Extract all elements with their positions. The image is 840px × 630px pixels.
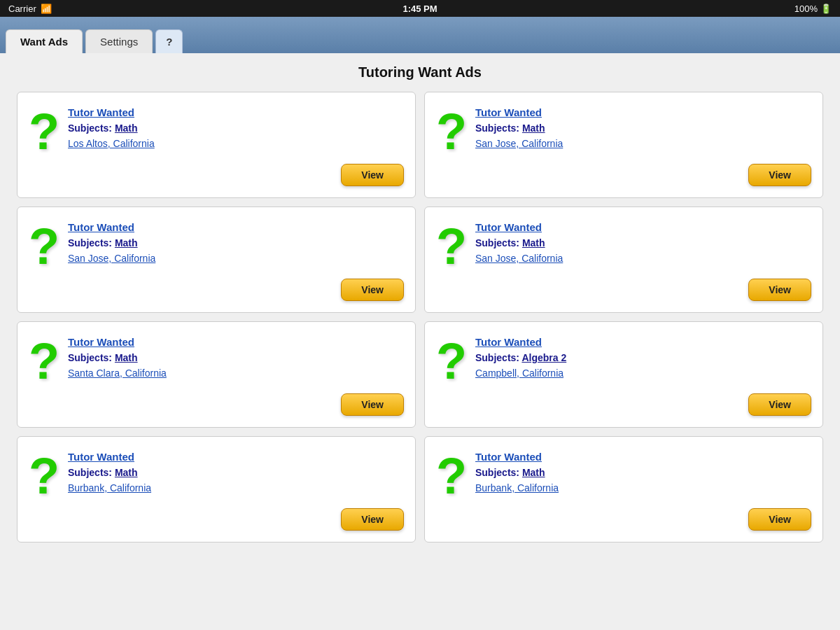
view-button[interactable]: View <box>748 508 811 531</box>
question-mark-icon: ? <box>29 218 59 272</box>
wifi-icon: 📶 <box>41 4 52 14</box>
view-btn-row: View <box>29 393 404 416</box>
view-button[interactable]: View <box>341 164 404 186</box>
view-button[interactable]: View <box>748 164 811 186</box>
ad-title[interactable]: Tutor Wanted <box>475 336 566 348</box>
page-title: Tutoring Want Ads <box>17 64 823 80</box>
subject-colon: : <box>108 467 115 478</box>
subject-colon: : <box>108 352 115 363</box>
ad-location[interactable]: Burbank, California <box>475 482 559 493</box>
status-bar: Carrier 📶 1:45 PM 100% 🔋 <box>0 0 840 17</box>
ad-details: Tutor Wanted Subjects: Math Burbank, Cal… <box>475 448 559 501</box>
ad-title[interactable]: Tutor Wanted <box>68 106 155 118</box>
subject-value: Math <box>522 467 545 478</box>
view-btn-row: View <box>29 164 404 186</box>
ad-details: Tutor Wanted Subjects: Math Santa Clara,… <box>68 333 167 386</box>
ad-details: Tutor Wanted Subjects: Math Los Altos, C… <box>68 104 155 157</box>
subject-label: Subjects <box>68 467 108 478</box>
ad-card: ? Tutor Wanted Subjects: Math Burbank, C… <box>17 436 416 542</box>
ad-title[interactable]: Tutor Wanted <box>475 451 559 463</box>
subject-label: Subjects <box>475 122 516 134</box>
ad-card: ? Tutor Wanted Subjects: Math San Jose, … <box>424 92 823 198</box>
ad-card-inner: ? Tutor Wanted Subjects: Math San Jose, … <box>436 104 811 157</box>
view-btn-row: View <box>436 508 811 531</box>
subject-value: Math <box>115 237 138 248</box>
ad-location[interactable]: San Jose, California <box>68 253 155 264</box>
subject-colon: : <box>516 467 522 478</box>
ad-card-inner: ? Tutor Wanted Subjects: Algebra 2 Campb… <box>436 333 811 386</box>
battery-icon: 🔋 <box>820 4 832 14</box>
question-mark-icon: ? <box>436 333 467 386</box>
ad-card: ? Tutor Wanted Subjects: Math Santa Clar… <box>17 321 416 428</box>
ad-title[interactable]: Tutor Wanted <box>475 106 563 118</box>
ad-title[interactable]: Tutor Wanted <box>68 221 155 233</box>
view-btn-row: View <box>29 279 404 301</box>
ad-location[interactable]: Campbell, California <box>475 368 566 379</box>
main-content: Tutoring Want Ads ? Tutor Wanted Subject… <box>0 53 840 630</box>
ad-card: ? Tutor Wanted Subjects: Math Burbank, C… <box>424 436 823 542</box>
subject-value: Math <box>115 467 138 478</box>
subject-label: Subjects <box>475 467 516 478</box>
clock: 1:45 PM <box>402 4 437 14</box>
ad-title[interactable]: Tutor Wanted <box>68 451 151 463</box>
ad-title[interactable]: Tutor Wanted <box>68 336 167 348</box>
ad-card-inner: ? Tutor Wanted Subjects: Math San Jose, … <box>29 218 404 272</box>
question-mark-icon: ? <box>436 104 467 157</box>
subject-value: Math <box>115 352 138 363</box>
subject-value: Math <box>522 237 545 248</box>
subject-label: Subjects <box>68 237 108 248</box>
ad-details: Tutor Wanted Subjects: Math San Jose, Ca… <box>475 104 563 157</box>
ad-card: ? Tutor Wanted Subjects: Math San Jose, … <box>424 206 823 313</box>
carrier-label: Carrier <box>8 4 36 14</box>
question-mark-icon: ? <box>29 333 59 386</box>
subject-value: Math <box>522 122 545 134</box>
ad-card-inner: ? Tutor Wanted Subjects: Math Los Altos,… <box>29 104 404 157</box>
ad-card-inner: ? Tutor Wanted Subjects: Math Santa Clar… <box>29 333 404 386</box>
tab-help[interactable]: ? <box>155 29 183 53</box>
ad-location[interactable]: San Jose, California <box>475 138 563 149</box>
subject-colon: : <box>108 122 115 134</box>
ad-subject: Subjects: Math <box>475 467 559 478</box>
ad-subject: Subjects: Algebra 2 <box>475 352 566 363</box>
ads-grid: ? Tutor Wanted Subjects: Math Los Altos,… <box>17 92 823 542</box>
question-mark-icon: ? <box>29 104 59 157</box>
ad-card: ? Tutor Wanted Subjects: Math Los Altos,… <box>17 92 416 198</box>
ad-location[interactable]: San Jose, California <box>475 253 563 264</box>
question-mark-icon: ? <box>436 218 467 272</box>
carrier-info: Carrier 📶 <box>8 4 52 14</box>
ad-subject: Subjects: Math <box>68 352 167 363</box>
ad-subject: Subjects: Math <box>68 237 155 248</box>
subject-label: Subjects <box>68 122 108 134</box>
ad-card-inner: ? Tutor Wanted Subjects: Math Burbank, C… <box>436 448 811 501</box>
view-btn-row: View <box>29 508 404 531</box>
tab-bar: Want Ads Settings ? <box>0 17 840 53</box>
subject-value: Math <box>115 122 138 134</box>
view-button[interactable]: View <box>748 393 811 416</box>
ad-location[interactable]: Los Altos, California <box>68 138 155 149</box>
view-button[interactable]: View <box>341 393 404 416</box>
ad-details: Tutor Wanted Subjects: Math San Jose, Ca… <box>475 218 563 272</box>
ad-card-inner: ? Tutor Wanted Subjects: Math San Jose, … <box>436 218 811 272</box>
subject-colon: : <box>108 237 115 248</box>
view-button[interactable]: View <box>341 508 404 531</box>
ad-subject: Subjects: Math <box>68 122 155 134</box>
subject-label: Subjects <box>475 352 516 363</box>
subject-label: Subjects <box>68 352 108 363</box>
subject-label: Subjects <box>475 237 516 248</box>
tab-want-ads[interactable]: Want Ads <box>6 29 83 53</box>
ad-subject: Subjects: Math <box>68 467 151 478</box>
view-button[interactable]: View <box>341 279 404 301</box>
ad-card: ? Tutor Wanted Subjects: Math San Jose, … <box>17 206 416 313</box>
ad-title[interactable]: Tutor Wanted <box>475 221 563 233</box>
tab-settings[interactable]: Settings <box>85 29 153 53</box>
view-btn-row: View <box>436 279 811 301</box>
ad-location[interactable]: Burbank, California <box>68 482 151 493</box>
ad-location[interactable]: Santa Clara, California <box>68 368 167 379</box>
ad-details: Tutor Wanted Subjects: Math Burbank, Cal… <box>68 448 151 501</box>
view-button[interactable]: View <box>748 279 811 301</box>
ad-subject: Subjects: Math <box>475 237 563 248</box>
question-mark-icon: ? <box>436 448 467 501</box>
ad-card: ? Tutor Wanted Subjects: Algebra 2 Campb… <box>424 321 823 428</box>
ad-details: Tutor Wanted Subjects: Math San Jose, Ca… <box>68 218 155 272</box>
view-btn-row: View <box>436 393 811 416</box>
